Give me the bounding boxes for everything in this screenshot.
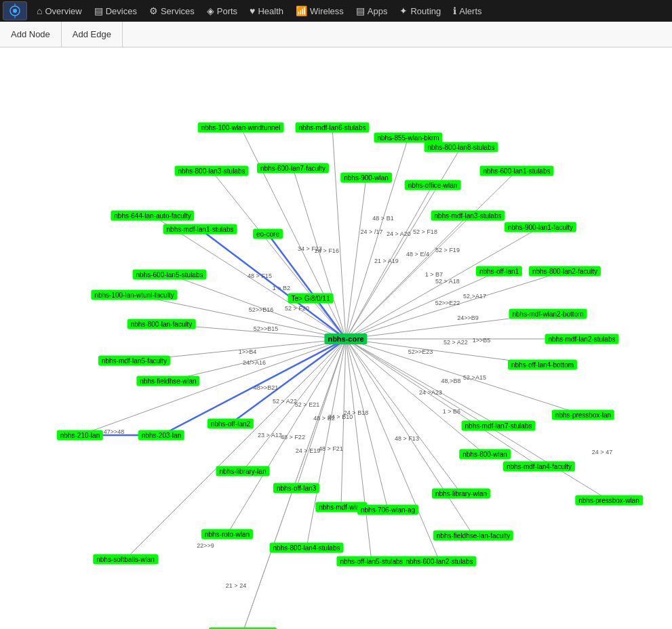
- svg-text:52 > E21: 52 > E21: [295, 401, 319, 408]
- node-nbhs-644-lan-auto-faculty[interactable]: nbhs-644-lan-auto-faculty: [111, 211, 194, 221]
- nav-label-routing: Routing: [410, 6, 441, 16]
- nav-item-alerts[interactable]: ℹ Alerts: [448, 3, 487, 19]
- ports-icon: ◈: [207, 5, 214, 16]
- node-nbhs-pressbox-lan[interactable]: nbhs-pressbox-lan: [552, 410, 614, 420]
- node-nbhs-855-wlan-bkrm[interactable]: nbhs-855-wlan-bkrm: [374, 133, 442, 143]
- svg-text:24/>A16: 24/>A16: [243, 359, 266, 366]
- svg-line-12: [346, 171, 517, 339]
- node-nbhs-900-lan1-faculty[interactable]: nbhs-900-lan1-faculty: [505, 222, 576, 232]
- node-nbhs-800-lan2-faculty[interactable]: nbhs-800-lan2-faculty: [529, 266, 601, 277]
- nav-item-apps[interactable]: ▤ Apps: [351, 3, 393, 19]
- node-nbhs-mdf-wlan2-bottom[interactable]: nbhs-mdf-wlan2-bottom: [509, 309, 587, 319]
- node-nbhs-600-lan2-stulabs[interactable]: nbhs-600-lan2-stulabs: [403, 556, 477, 567]
- svg-text:48 > F22: 48 > F22: [281, 434, 305, 441]
- node-nbhs-mdf-lan5-faculty[interactable]: nbhs-mdf-lan5-faculty: [98, 356, 170, 366]
- node-nbhs-800-lan3-stulabs[interactable]: nbhs-800-lan3-stulabs: [175, 166, 249, 176]
- svg-text:24 > E19: 24 > E19: [296, 447, 320, 454]
- svg-text:52,>A15: 52,>A15: [463, 374, 486, 381]
- svg-text:52 > F20: 52 > F20: [285, 305, 309, 312]
- add-node-button[interactable]: Add Node: [0, 22, 62, 47]
- toolbar: Add Node Add Edge: [0, 22, 672, 47]
- node-nbhs-mdf-lan4-faculty[interactable]: nbhs-mdf-lan4-faculty: [503, 462, 575, 472]
- node-nbhs-600-lan7-faculty[interactable]: nbhs-600-lan7-faculty: [257, 163, 329, 174]
- node-nbhs-library-lan[interactable]: nbhs-library-lan: [216, 466, 270, 476]
- node-nbhs-203-lan[interactable]: nbhs-203-lan: [138, 430, 184, 441]
- graph-area[interactable]: 24 > /1748 > B124 > A2052 > F1821 > A194…: [0, 47, 672, 629]
- svg-text:52 > A22: 52 > A22: [273, 398, 297, 405]
- nav-label-devices: Devices: [106, 6, 137, 16]
- add-edge-button[interactable]: Add Edge: [62, 22, 123, 47]
- nav-item-ports[interactable]: ◈ Ports: [201, 3, 243, 19]
- nav-item-wireless[interactable]: 📶 Wireless: [290, 3, 349, 19]
- svg-text:52 > F18: 52 > F18: [413, 228, 437, 235]
- svg-text:24 > 47: 24 > 47: [592, 449, 612, 455]
- node-nbhs-pressbox-wlan[interactable]: nbhs-pressbox-wlan: [575, 495, 643, 506]
- node-nbhs-706-wlan-ag[interactable]: nbhs-706-wlan-ag: [357, 505, 418, 515]
- nav-item-routing[interactable]: ✦ Routing: [394, 3, 446, 19]
- node-nbhs-fieldhse-wlan[interactable]: nbhs-fieldhse-wlan: [136, 376, 199, 386]
- node-nbhs-900-wlan[interactable]: nbhs-900-wlan: [340, 173, 392, 183]
- svg-text:48,>B8: 48,>B8: [441, 378, 461, 384]
- nav-logo: [3, 1, 27, 20]
- node-nbhs-off-lan1[interactable]: nbhs-off-lan1: [476, 266, 522, 277]
- routing-icon: ✦: [399, 5, 408, 16]
- node-nbhs-softballs-wlan[interactable]: nbhs-softballs-wlan: [93, 554, 158, 565]
- node-eo-core[interactable]: eo-core: [253, 229, 283, 239]
- apps-icon: ▤: [356, 5, 365, 16]
- svg-text:52>>E23: 52>>E23: [408, 348, 433, 355]
- node-nbhs-fieldhse-lan-faculty[interactable]: nbhs-fieldhse-lan-faculty: [433, 531, 513, 541]
- node-nbhs-off-lan3[interactable]: nbhs-off-lan3: [273, 483, 319, 493]
- svg-text:24 > B18: 24 > B18: [344, 409, 368, 416]
- svg-text:1>>B4: 1>>B4: [239, 348, 257, 355]
- node-nbhs-mdf-lan2-stulabs[interactable]: nbhs-mdf-lan2-stulabs: [545, 334, 619, 344]
- node-nbhs-mdf-lan1-stulabs[interactable]: nbhs-mdf-lan1-stulabs: [163, 224, 237, 235]
- svg-text:48 > F21: 48 > F21: [319, 445, 343, 452]
- node-nbhs-800-lan4-stulabs[interactable]: nbhs-800-lan4-stulabs: [270, 543, 344, 553]
- nav-item-devices[interactable]: ▤ Devices: [89, 3, 142, 19]
- node-nbhs-600-lan1-stulabs[interactable]: nbhs-600-lan1-stulabs: [480, 166, 554, 176]
- svg-text:1>>B5: 1>>B5: [473, 337, 491, 344]
- node-nbhs-off-lan5-stulabs[interactable]: nbhs-off-lan5-stulabs: [336, 556, 406, 567]
- node-nbhs-800-lan8-stulabs[interactable]: nbhs-800-lan8-stulabs: [424, 142, 498, 153]
- svg-text:21 > 24: 21 > 24: [226, 582, 246, 589]
- node-nbhs-mdf-lan7-stulabs[interactable]: nbhs-mdf-lan7-stulabs: [462, 421, 536, 431]
- node-nbhs-800-wlan[interactable]: nbhs-800-wlan: [459, 449, 511, 460]
- node-nbhs-mdf-lan6-stulabs[interactable]: nbhs-mdf-lan6-stulabs: [296, 123, 370, 133]
- svg-text:21 > A19: 21 > A19: [374, 258, 399, 264]
- svg-line-20: [346, 271, 499, 339]
- node-nbhs-800-lan-faculty[interactable]: nbhs-800-lan-faculty: [127, 319, 196, 329]
- node-nbhs-off-lan4-bottom[interactable]: nbhs-off-lan4-bottom: [508, 360, 577, 370]
- svg-text:24 > A20: 24 > A20: [387, 230, 411, 237]
- node-nbhs-roto-wlan[interactable]: nbhs-roto-wlan: [201, 529, 253, 540]
- navbar: ⌂ Overview ▤ Devices ⚙ Services ◈ Ports …: [0, 0, 672, 22]
- svg-text:52 > A18: 52 > A18: [435, 278, 460, 285]
- svg-text:24 > F16: 24 > F16: [315, 247, 339, 254]
- node-nbhs-210-lan[interactable]: nbhs-210-lan: [57, 430, 103, 441]
- svg-text:24 >A23: 24 >A23: [419, 389, 442, 396]
- node-nbhs-mdf-lan3-stulabs[interactable]: nbhs-mdf-lan3-stulabs: [431, 211, 505, 221]
- svg-text:52,>A17: 52,>A17: [463, 293, 486, 300]
- wireless-icon: 📶: [296, 5, 307, 16]
- svg-line-46: [346, 339, 439, 561]
- svg-text:52>>E22: 52>>E22: [435, 300, 460, 306]
- node-nbhs-100-lan-wtunl-faculty[interactable]: nbhs-100-lan-wtunl-faculty: [91, 290, 177, 300]
- svg-line-35: [346, 339, 539, 466]
- node-nbhs-600-lan5-stulabs[interactable]: nbhs-600-lan5-stulabs: [133, 270, 207, 280]
- svg-text:48 > F13: 48 > F13: [395, 435, 419, 442]
- node-center[interactable]: nbhs-core: [324, 333, 367, 344]
- node-nbhs-library-wlan[interactable]: nbhs-library-wlan: [432, 489, 490, 499]
- nav-label-overview: Overview: [45, 6, 81, 16]
- nav-label-ports: Ports: [217, 6, 237, 16]
- svg-text:1 > B7: 1 > B7: [425, 271, 443, 278]
- node-nbhs-office-wlan[interactable]: nbhs-office-wlan: [405, 180, 461, 190]
- node-Te-Gi8/0/11[interactable]: Te> Gi8/0/11: [288, 293, 334, 304]
- node-nbhs-off-lan2[interactable]: nbhs-off-lan2: [207, 419, 254, 429]
- nav-item-services[interactable]: ⚙ Services: [144, 3, 200, 19]
- nav-label-wireless: Wireless: [310, 6, 344, 16]
- svg-text:48 > E/4: 48 > E/4: [406, 251, 429, 258]
- nav-item-health[interactable]: ♥ Health: [244, 3, 289, 19]
- node-nbhs-100-wlan-windtunnel[interactable]: nbhs-100-wlan-windtunnel: [198, 123, 284, 133]
- nav-item-overview[interactable]: ⌂ Overview: [31, 3, 87, 19]
- nav-label-health: Health: [258, 6, 283, 16]
- nav-label-apps: Apps: [368, 6, 388, 16]
